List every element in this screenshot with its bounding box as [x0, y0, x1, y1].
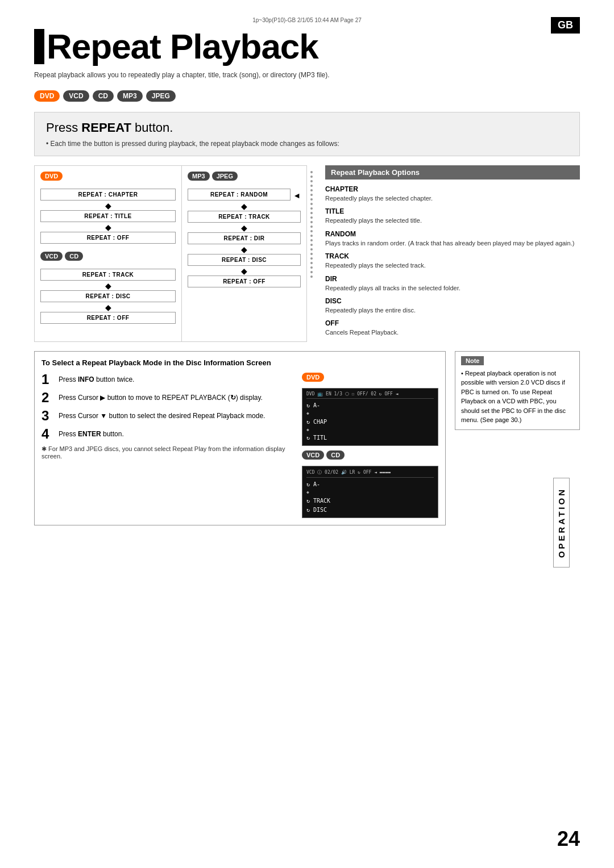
badge-cd: CD: [93, 90, 114, 102]
step-4: 4 Press ENTER button.: [42, 427, 293, 441]
right-options-col: Repeat Playback Options CHAPTER Repeated…: [316, 165, 580, 342]
format-badges: DVD VCD CD MP3 JPEG: [34, 90, 580, 102]
vcd-screen-content: ↻ A- ◆ ↻ TRACK ↻ DISC: [306, 480, 434, 515]
step-3-num: 3: [42, 409, 54, 423]
vcd-screen-topbar: VCD ⓘ 02/02 🔊 LR ↻ OFF ◄ ▬▬▬▬: [306, 469, 434, 478]
step-1-text: Press INFO button twice.: [59, 373, 134, 385]
option-title: TITLE Repeatedly plays the selected titl…: [325, 207, 580, 225]
press-repeat-box: Press REPEAT button. • Each time the but…: [34, 112, 580, 156]
option-disc: DISC Repeatedly plays the entire disc.: [325, 297, 580, 315]
option-title-label: TITLE: [325, 207, 580, 215]
arrow-1: ◆: [40, 202, 176, 210]
step-3-text: Press Cursor ▼ button to select the desi…: [59, 409, 265, 421]
cd-badge: CD: [65, 252, 83, 261]
badge-vcd: VCD: [63, 90, 89, 102]
step-4-text: Press ENTER button.: [59, 427, 124, 439]
arrow-6: ◆: [188, 224, 301, 232]
mp3-repeat-off: REPEAT : OFF: [188, 276, 301, 287]
option-random: RANDOM Plays tracks in random order. (A …: [325, 230, 580, 248]
option-chapter-desc: Repeatedly plays the selected chapter.: [325, 194, 580, 203]
option-off-desc: Cancels Repeat Playback.: [325, 328, 580, 337]
vcd-cd-flow: REPEAT : TRACK ◆ REPEAT : DISC ◆ REPEAT …: [40, 269, 176, 324]
bottom-section: To Select a Repeat Playback Mode in the …: [34, 351, 580, 525]
header-meta: 1p~30p(P10)-GB 2/1/05 10:44 AM Page 27: [34, 17, 580, 23]
mp3-jpeg-flow: REPEAT : RANDOM ◄ ◆ REPEAT : TRACK ◆ REP…: [188, 189, 301, 287]
mp3-repeat-dir: REPEAT : DIR: [188, 232, 301, 244]
step-2: 2 Press Cursor ▶ button to move to REPEA…: [42, 391, 293, 404]
press-repeat-note: • Each time the button is pressed during…: [46, 140, 568, 148]
option-dir-desc: Repeatedly plays all tracks in the selec…: [325, 284, 580, 293]
dots-separator: [307, 165, 316, 342]
option-dir: DIR Repeatedly plays all tracks in the s…: [325, 275, 580, 293]
page-title: Repeat Playback: [47, 29, 580, 64]
arrow-3: ◆: [40, 282, 176, 290]
badge-dvd: DVD: [34, 90, 60, 102]
arrow-left-1: ◄: [293, 191, 301, 200]
steps-and-screens: 1 Press INFO button twice. 2 Press Curso…: [42, 373, 438, 518]
option-title-desc: Repeatedly plays the selected title.: [325, 216, 580, 225]
option-track: TRACK Repeatedly plays the selected trac…: [325, 252, 580, 270]
dvd-repeat-title: REPEAT : TITLE: [40, 210, 176, 222]
option-chapter: CHAPTER Repeatedly plays the selected ch…: [325, 185, 580, 203]
step-3: 3 Press Cursor ▼ button to select the de…: [42, 409, 293, 423]
option-off-label: OFF: [325, 319, 580, 327]
dvd-repeat-off: REPEAT : OFF: [40, 232, 176, 244]
dvd-flow: REPEAT : CHAPTER ◆ REPEAT : TITLE ◆ REPE…: [40, 189, 176, 244]
step-4-num: 4: [42, 427, 54, 441]
option-dir-label: DIR: [325, 275, 580, 283]
option-disc-desc: Repeatedly plays the entire disc.: [325, 306, 580, 315]
arrow-8: ◆: [188, 267, 301, 275]
left-diagram-col: DVD REPEAT : CHAPTER ◆ REPEAT : TITLE ◆ …: [34, 165, 182, 342]
option-disc-label: DISC: [325, 297, 580, 305]
vcd-repeat-track: REPEAT : TRACK: [40, 269, 176, 281]
mid-diagram-col: MP3 JPEG REPEAT : RANDOM ◄ ◆ REPEAT : TR…: [182, 165, 307, 342]
note-box: Note • Repeat playback operation is not …: [455, 351, 580, 430]
mp3-repeat-track: REPEAT : TRACK: [188, 211, 301, 223]
step-1: 1 Press INFO button twice.: [42, 373, 293, 386]
vcd-badge: VCD: [40, 252, 63, 261]
arrow-5: ◆: [188, 202, 301, 210]
vcd-repeat-disc: REPEAT : DISC: [40, 290, 176, 302]
arrow-2: ◆: [40, 223, 176, 231]
step-2-num: 2: [42, 391, 54, 404]
note-text: • Repeat playback operation is not possi…: [461, 369, 574, 425]
vcd-repeat-off: REPEAT : OFF: [40, 312, 176, 324]
vcd-screen-badge: VCD: [302, 450, 324, 460]
option-off: OFF Cancels Repeat Playback.: [325, 319, 580, 337]
steps-col: 1 Press INFO button twice. 2 Press Curso…: [42, 373, 293, 518]
select-repeat-title: To Select a Repeat Playback Mode in the …: [42, 358, 438, 367]
subtitle: Repeat playback allows you to repeatedly…: [34, 71, 580, 79]
badge-jpeg: JPEG: [146, 90, 176, 102]
option-track-desc: Repeatedly plays the selected track.: [325, 261, 580, 270]
screens-col: DVD DVD 📺 EN 1/3 ⬡ ☐ OFF/ 02 ↻ OFF ◄ ↻ A…: [302, 373, 438, 518]
option-track-label: TRACK: [325, 252, 580, 260]
dvd-screen-content: ↻ A- ◆ ↻ CHAP ◆ ↻ TITL: [306, 401, 434, 443]
note-title: Note: [461, 356, 484, 365]
dvd-badge: DVD: [40, 172, 63, 181]
option-random-desc: Plays tracks in random order. (A track t…: [325, 239, 580, 248]
press-repeat-title: Press REPEAT button.: [46, 120, 568, 135]
asterisk-note: ✱ For MP3 and JPEG discs, you cannot sel…: [42, 445, 293, 460]
option-random-label: RANDOM: [325, 230, 580, 238]
page-number: 24: [557, 827, 580, 851]
dvd-screen-topbar: DVD 📺 EN 1/3 ⬡ ☐ OFF/ 02 ↻ OFF ◄: [306, 391, 434, 399]
option-chapter-label: CHAPTER: [325, 185, 580, 193]
dvd-repeat-chapter: REPEAT : CHAPTER: [40, 189, 176, 201]
repeat-options-title: Repeat Playback Options: [325, 165, 580, 180]
operation-label: OPERATION: [553, 478, 570, 567]
mp3-repeat-disc: REPEAT : DISC: [188, 254, 301, 266]
badge-mp3: MP3: [117, 90, 143, 102]
page-title-area: Repeat Playback: [34, 29, 580, 64]
step-2-text: Press Cursor ▶ button to move to REPEAT …: [59, 391, 263, 403]
cd-screen-badge: CD: [326, 450, 345, 460]
step-1-num: 1: [42, 373, 54, 386]
dvd-screen-badge: DVD: [302, 373, 324, 382]
mp3-repeat-random: REPEAT : RANDOM: [188, 189, 291, 201]
mp3-badge: MP3: [188, 172, 210, 181]
jpeg-badge: JPEG: [212, 172, 238, 181]
arrow-7: ◆: [188, 245, 301, 253]
arrow-4: ◆: [40, 303, 176, 311]
